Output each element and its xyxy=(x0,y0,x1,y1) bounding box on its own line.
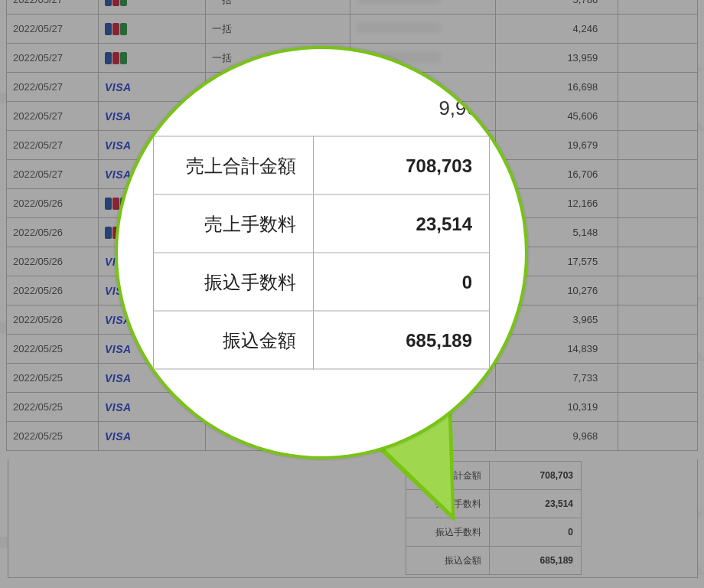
magnified-summary-table: 売上合計金額708,703売上手数料23,514振込手数料0振込金額685,18… xyxy=(153,136,490,370)
summary-value: 685,189 xyxy=(490,547,582,575)
jcb-logo-icon xyxy=(105,0,127,6)
cell-trailing xyxy=(618,247,698,276)
cell-pay-method: 一括 xyxy=(205,15,350,44)
summary-label: 振込手数料 xyxy=(154,253,314,311)
cell-date: 2022/05/27 xyxy=(7,0,99,15)
visa-logo-icon: VISA xyxy=(105,401,132,413)
jcb-logo-icon xyxy=(105,23,127,35)
summary-label: 振込金額 xyxy=(154,311,314,369)
cell-date: 2022/05/26 xyxy=(7,276,99,305)
summary-value: 0 xyxy=(490,518,582,547)
cell-date: 2022/05/26 xyxy=(7,305,99,335)
cell-amount: 9,968 xyxy=(496,422,618,451)
cell-date: 2022/05/27 xyxy=(7,15,99,44)
visa-logo-icon: VISA xyxy=(105,81,132,93)
cell-trailing xyxy=(618,131,698,160)
cell-trailing xyxy=(618,276,698,305)
cell-amount: 13,959 xyxy=(496,44,618,73)
cell-amount: 19,679 xyxy=(496,131,618,160)
summary-row: 売上手数料23,514 xyxy=(154,194,490,253)
cell-amount: 7,733 xyxy=(496,364,618,393)
table-row: 2022/05/27一括5,786 xyxy=(7,0,698,15)
cell-card-brand: VISA xyxy=(98,422,205,451)
summary-value: 23,514 xyxy=(314,194,490,253)
cell-date: 2022/05/27 xyxy=(7,160,99,189)
visa-logo-icon: VISA xyxy=(105,168,132,181)
cell-trailing xyxy=(618,335,698,364)
cell-amount: 4,246 xyxy=(496,15,618,44)
cell-date: 2022/05/25 xyxy=(7,335,99,364)
summary-value: 23,514 xyxy=(490,490,582,518)
cell-amount: 16,698 xyxy=(496,73,618,102)
summary-label: 売上手数料 xyxy=(154,194,314,253)
cell-date: 2022/05/27 xyxy=(7,44,99,73)
summary-value: 685,189 xyxy=(314,311,490,369)
cell-card-brand xyxy=(98,0,205,15)
cell-card-brand xyxy=(98,44,205,73)
cell-date: 2022/05/27 xyxy=(7,102,99,131)
summary-value: 708,703 xyxy=(490,462,582,490)
jcb-logo-icon xyxy=(105,52,127,64)
cell-date: 2022/05/25 xyxy=(7,393,99,422)
cell-date: 2022/05/25 xyxy=(7,422,99,451)
cell-trailing xyxy=(618,15,698,44)
cell-date: 2022/05/26 xyxy=(7,189,99,218)
cell-trailing xyxy=(618,44,698,73)
visa-logo-icon: VISA xyxy=(105,139,132,152)
cell-date: 2022/05/26 xyxy=(7,247,99,276)
summary-label: 売上合計金額 xyxy=(154,136,314,194)
table-row: 2022/05/27一括4,246 xyxy=(7,15,698,44)
cell-description xyxy=(350,15,496,44)
summary-value: 0 xyxy=(314,253,490,311)
cell-card-brand xyxy=(98,15,205,44)
summary-row: 振込手数料0 xyxy=(154,253,490,311)
cell-trailing xyxy=(618,305,698,335)
visa-logo-icon: VISA xyxy=(105,372,132,384)
cell-amount: 45,606 xyxy=(496,102,618,131)
summary-row: 振込金額685,189 xyxy=(406,547,582,575)
visa-logo-icon: VISA xyxy=(105,343,132,355)
summary-row: 振込金額685,189 xyxy=(154,311,490,369)
cell-pay-method: 一括 xyxy=(205,0,350,15)
summary-panel xyxy=(8,459,698,578)
cell-trailing xyxy=(618,189,698,218)
visa-logo-icon: VISA xyxy=(105,430,132,443)
cell-amount: 5,786 xyxy=(496,0,618,15)
visa-logo-icon: VISA xyxy=(105,110,132,122)
cell-trailing xyxy=(618,73,698,102)
cell-trailing xyxy=(618,422,698,451)
cell-trailing xyxy=(618,160,698,189)
summary-value: 708,703 xyxy=(314,136,490,194)
cell-date: 2022/05/27 xyxy=(7,73,99,102)
cell-trailing xyxy=(618,393,698,422)
summary-row: 売上合計金額708,703 xyxy=(154,136,490,194)
magnifier-lens: 9,96 売上合計金額708,703売上手数料23,514振込手数料0振込金額6… xyxy=(115,46,528,459)
cell-amount: 10,319 xyxy=(496,393,618,422)
summary-label: 振込金額 xyxy=(406,547,490,575)
cell-description xyxy=(350,0,496,15)
cell-trailing xyxy=(618,364,698,393)
cell-trailing xyxy=(618,0,698,15)
cell-date: 2022/05/27 xyxy=(7,131,99,160)
cell-date: 2022/05/25 xyxy=(7,364,99,393)
cell-amount: 14,839 xyxy=(496,335,618,364)
cell-trailing xyxy=(618,102,698,131)
cell-date: 2022/05/26 xyxy=(7,218,99,247)
cell-trailing xyxy=(618,218,698,247)
